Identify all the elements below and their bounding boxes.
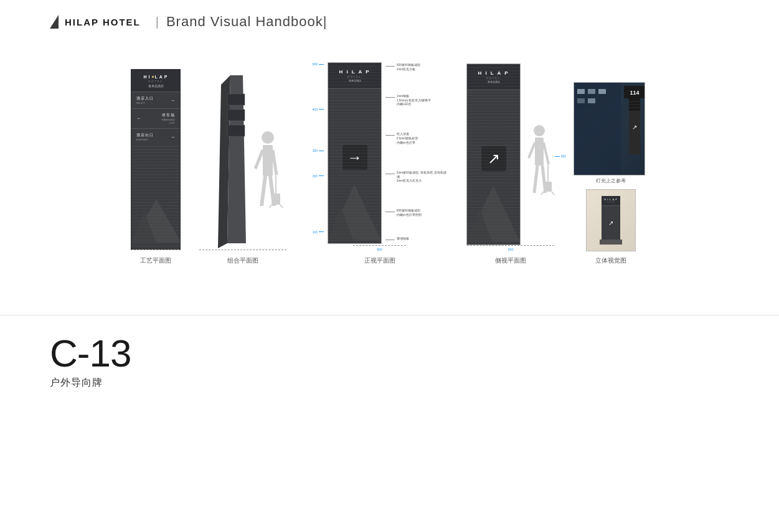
- sign-label-3: 正视平面图: [364, 256, 395, 265]
- sign-group-5: 114 ↗ 灯光上之参考: [574, 82, 648, 265]
- combo-view: [199, 69, 286, 250]
- svg-rect-5: [227, 94, 245, 105]
- svg-line-17: [280, 205, 283, 208]
- annot-text-3: 吃入深度0.5mm圆弧处理内藏白色灯带: [397, 133, 418, 145]
- logo-icon: [50, 15, 59, 29]
- side-person: [524, 63, 555, 244]
- sign-group-4: H I L A P HOTEL 喜来品酒店 ↗: [466, 63, 555, 265]
- annot-5: 600镀锌钢板成型内藏白色灯带照明: [385, 209, 448, 218]
- hotel-subtitle: HOTEL: [148, 80, 163, 83]
- annot-4: 2mm镀锌板成型, 有机涂层, 安有机玻璃3mm亚克力压克力: [385, 171, 448, 184]
- page-code: C-13: [50, 334, 729, 373]
- svg-rect-7: [227, 125, 245, 136]
- svg-text:114: 114: [630, 90, 639, 96]
- logo-dot: [152, 76, 154, 78]
- chinese-hotel-name: 喜来品酒店: [148, 84, 164, 88]
- front-panel: H I L A P HOTEL 喜来品酒店 →: [328, 62, 382, 244]
- side-bottom-dim: 900: [508, 248, 513, 251]
- svg-point-22: [534, 125, 545, 136]
- svg-rect-23: [535, 138, 544, 166]
- right-dim: 900: [555, 154, 566, 158]
- svg-rect-32: [574, 83, 621, 175]
- annot-text-1: 600镀锌钢板成型2mm亚克力板: [397, 63, 420, 72]
- svg-rect-38: [588, 98, 595, 103]
- photo-ref-container: 114 ↗ 灯光上之参考: [574, 82, 648, 184]
- mini-totem-header: H I L A P HOTEL: [602, 196, 620, 206]
- annot-text-5: 600镀锌钢板成型内藏白色灯带照明: [397, 209, 422, 218]
- hilap-logo: H I L A P: [143, 75, 168, 79]
- brand-name: HILAP HOTEL: [65, 17, 141, 27]
- svg-rect-9: [263, 145, 273, 176]
- sign-label-4: 侧视平面图: [495, 256, 526, 265]
- svg-rect-36: [598, 89, 606, 94]
- ground-line-4: [467, 245, 554, 247]
- dark-sign-panel: H I L A P HOTEL 喜来品酒店 →: [328, 63, 381, 243]
- svg-rect-14: [271, 194, 280, 205]
- svg-text:↗: ↗: [632, 124, 637, 131]
- annot-3: 吃入深度0.5mm圆弧处理内藏白色灯带: [385, 133, 448, 145]
- section-inlet: 酒店入口 INLET →: [131, 92, 180, 109]
- side-person-svg: [524, 119, 555, 244]
- ground-line-2: [199, 250, 286, 251]
- parking-arrow: ←: [136, 116, 141, 121]
- signage-display: H I L A P HOTEL 喜来品酒店 酒店入口: [50, 56, 729, 271]
- sign-group-3: 600 400 300 200: [311, 62, 448, 265]
- exit-arrow: →: [170, 134, 175, 140]
- annot-2: 1mm钢板1.5mm白色亚克力/镀铬字内藏LED灯: [385, 95, 448, 107]
- section-parking: ← 停车场 PARKING LOT: [131, 109, 180, 129]
- svg-point-8: [262, 131, 274, 144]
- sign-group-2: 组合平面图: [199, 69, 286, 265]
- svg-rect-37: [577, 98, 585, 103]
- ground-line-1: [131, 250, 181, 251]
- svg-line-16: [269, 205, 271, 208]
- svg-line-10: [255, 150, 263, 169]
- side-panel: H I L A P HOTEL 喜来品酒店 ↗: [466, 63, 521, 245]
- svg-rect-28: [544, 182, 552, 192]
- page-title: Brand Visual Handbook: [166, 14, 323, 30]
- header-divider: |: [156, 15, 159, 29]
- section-exit: 酒店出口 EXPORT →: [131, 129, 180, 145]
- svg-line-30: [541, 192, 544, 195]
- svg-rect-34: [577, 89, 585, 94]
- dim-tick-600: 600: [313, 62, 324, 66]
- footer: C-13 户外导向牌: [0, 315, 779, 402]
- svg-rect-35: [588, 89, 595, 94]
- right-annotations: 600镀锌钢板成型2mm亚克力板 1mm钢板1.5mm白色亚克力/镀铬字内藏LE…: [385, 62, 448, 243]
- side-view: H I L A P HOTEL 喜来品酒店 ↗: [466, 63, 555, 245]
- sign-label-5: 立体视觉图: [595, 256, 626, 265]
- annot-text-6: 接地锚板: [397, 237, 409, 241]
- mini-arrow-section: ↗: [608, 206, 613, 240]
- dim-tick-200: 200: [313, 174, 324, 178]
- annot-1: 600镀锌钢板成型2mm亚克力板: [385, 63, 448, 72]
- mini-model-content: H I L A P HOTEL ↗: [600, 196, 622, 245]
- totem-header: H I L A P HOTEL 喜来品酒店: [131, 70, 180, 92]
- sign-label-2: 组合平面图: [227, 256, 258, 265]
- mini-totem: H I L A P HOTEL ↗: [602, 196, 620, 240]
- bottom-triangle-svg: [328, 181, 381, 243]
- sign-group-1: H I L A P HOTEL 喜来品酒店 酒店入口: [131, 69, 181, 265]
- bottom-dim: [353, 245, 406, 247]
- side-triangle-svg: [467, 182, 520, 245]
- annot-6: 接地锚板: [385, 237, 448, 241]
- svg-line-24: [529, 142, 535, 158]
- left-ruler: 600 400 300 200: [311, 62, 324, 243]
- page-description: 户外导向牌: [50, 376, 729, 390]
- photo-building-svg: 114 ↗: [574, 83, 645, 175]
- bottom-dim-value: 900: [377, 248, 382, 251]
- totem-front: H I L A P HOTEL 喜来品酒店 酒店入口: [131, 69, 181, 250]
- annot-text-4: 2mm镀锌板成型, 有机涂层, 安有机玻璃3mm亚克力压克力: [397, 171, 448, 184]
- svg-line-12: [262, 176, 265, 206]
- svg-rect-6: [227, 110, 245, 121]
- dim-tick-100: 100: [313, 230, 324, 234]
- totem-pattern-area: [131, 145, 180, 249]
- dim-front-view: 600 400 300 200: [311, 62, 448, 244]
- mini-3d-model: H I L A P HOTEL ↗: [586, 189, 636, 251]
- svg-line-25: [544, 142, 549, 164]
- photo-ref-label: 灯光上之参考: [574, 177, 648, 184]
- main-content: H I L A P HOTEL 喜来品酒店 酒店入口: [0, 44, 779, 296]
- header: HILAP HOTEL | Brand Visual Handbook |: [0, 0, 779, 44]
- dim-tick-400: 400: [313, 108, 324, 111]
- right-dim-value: 900: [561, 154, 566, 158]
- photo-reference: 114 ↗: [574, 82, 645, 175]
- dim-tick-300: 300: [313, 149, 324, 152]
